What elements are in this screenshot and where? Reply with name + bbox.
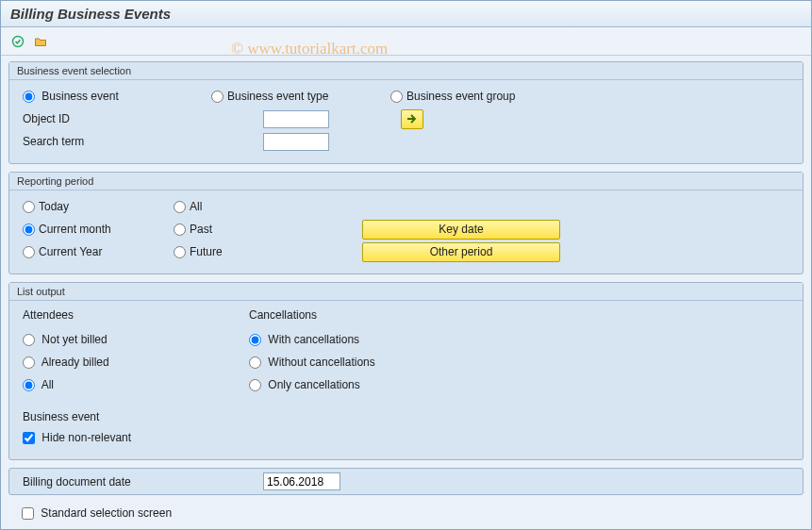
radio-business-event-input[interactable] — [23, 91, 35, 103]
radio-business-event-group-input[interactable] — [390, 91, 403, 103]
radio-attendees-all-input[interactable] — [23, 379, 35, 391]
radio-label: Business event type — [227, 90, 328, 103]
radio-without-cancellations[interactable]: Without cancellations — [249, 356, 375, 369]
radio-label: Current month — [39, 223, 111, 236]
radio-label: All — [190, 200, 202, 213]
radio-already-billed-input[interactable] — [23, 356, 35, 369]
radio-all[interactable]: All — [174, 200, 324, 213]
group-legend: Reporting period — [9, 173, 803, 190]
radio-only-cancellations-input[interactable] — [249, 379, 261, 391]
group-business-event-selection: Business event selection Business event … — [8, 61, 804, 164]
radio-without-cancellations-input[interactable] — [249, 356, 261, 369]
radio-business-event-type[interactable]: Business event type — [211, 90, 390, 103]
radio-all-input[interactable] — [174, 201, 186, 213]
radio-attendees-all[interactable]: All — [23, 378, 249, 391]
radio-not-yet-billed[interactable]: Not yet billed — [23, 333, 249, 346]
attendees-header: Attendees — [23, 308, 249, 322]
std-selection-row: Standard selection screen — [8, 503, 804, 523]
radio-not-yet-billed-input[interactable] — [23, 334, 35, 346]
checkbox-hide-nonrelevant[interactable]: Hide non-relevant — [23, 431, 131, 444]
variant-button[interactable] — [31, 32, 50, 51]
radio-label: Today — [39, 200, 69, 213]
app-window: Billing Business Events © www.tutorialka… — [0, 0, 812, 530]
search-term-label: Search term — [23, 135, 263, 148]
other-period-button[interactable]: Other period — [362, 242, 560, 262]
page-title: Billing Business Events — [10, 6, 171, 22]
radio-label: Current Year — [39, 245, 102, 258]
execute-button[interactable] — [8, 32, 27, 51]
key-date-button[interactable]: Key date — [362, 220, 560, 240]
object-id-label: Object ID — [23, 112, 263, 125]
radio-label: Only cancellations — [268, 378, 359, 391]
search-term-input[interactable] — [263, 133, 329, 151]
billing-date-label: Billing document date — [23, 475, 263, 489]
radio-future-input[interactable] — [174, 246, 186, 258]
radio-label: Past — [190, 223, 212, 236]
radio-label: Without cancellations — [268, 356, 374, 369]
arrow-right-icon — [406, 114, 418, 124]
cancellations-header: Cancellations — [249, 308, 317, 322]
billing-date-row: Billing document date — [8, 468, 804, 495]
radio-current-year[interactable]: Current Year — [23, 245, 174, 258]
group-list-output: List output Attendees Cancellations Not … — [8, 282, 804, 460]
radio-current-month-input[interactable] — [23, 224, 35, 236]
toolbar — [1, 27, 811, 56]
radio-label: Already billed — [41, 356, 109, 369]
radio-today[interactable]: Today — [23, 200, 174, 213]
title-bar: Billing Business Events — [1, 1, 811, 27]
business-event-subheader: Business event — [23, 410, 789, 423]
radio-past[interactable]: Past — [174, 223, 324, 236]
folder-icon — [34, 35, 47, 48]
radio-current-year-input[interactable] — [23, 246, 35, 258]
clock-check-icon — [11, 35, 25, 48]
multi-select-button[interactable] — [401, 109, 423, 129]
radio-with-cancellations-input[interactable] — [249, 334, 261, 346]
checkbox-label: Standard selection screen — [41, 506, 172, 520]
object-id-input[interactable] — [263, 110, 329, 128]
group-reporting-period: Reporting period Today All Current m — [8, 172, 804, 274]
radio-business-event[interactable]: Business event — [23, 90, 211, 103]
radio-with-cancellations[interactable]: With cancellations — [249, 333, 359, 346]
group-legend: List output — [9, 283, 803, 301]
radio-label: Business event — [41, 90, 118, 103]
checkbox-std-selection[interactable]: Standard selection screen — [22, 506, 172, 520]
radio-business-event-group[interactable]: Business event group — [390, 90, 541, 103]
radio-future[interactable]: Future — [174, 245, 324, 258]
radio-only-cancellations[interactable]: Only cancellations — [249, 378, 360, 391]
radio-business-event-type-input[interactable] — [211, 91, 224, 103]
radio-today-input[interactable] — [23, 201, 35, 213]
content-area: Business event selection Business event … — [1, 56, 811, 529]
checkbox-hide-nonrelevant-input[interactable] — [23, 432, 35, 444]
radio-label: With cancellations — [268, 333, 359, 346]
radio-label: Not yet billed — [41, 333, 107, 346]
radio-current-month[interactable]: Current month — [23, 223, 174, 236]
radio-label: All — [41, 378, 54, 391]
radio-label: Future — [190, 245, 223, 258]
checkbox-label: Hide non-relevant — [41, 431, 131, 444]
radio-already-billed[interactable]: Already billed — [23, 356, 249, 369]
group-legend: Business event selection — [9, 62, 803, 80]
radio-past-input[interactable] — [174, 224, 186, 236]
radio-label: Business event group — [406, 90, 515, 103]
billing-date-input[interactable] — [263, 472, 340, 490]
checkbox-std-selection-input[interactable] — [22, 507, 34, 520]
